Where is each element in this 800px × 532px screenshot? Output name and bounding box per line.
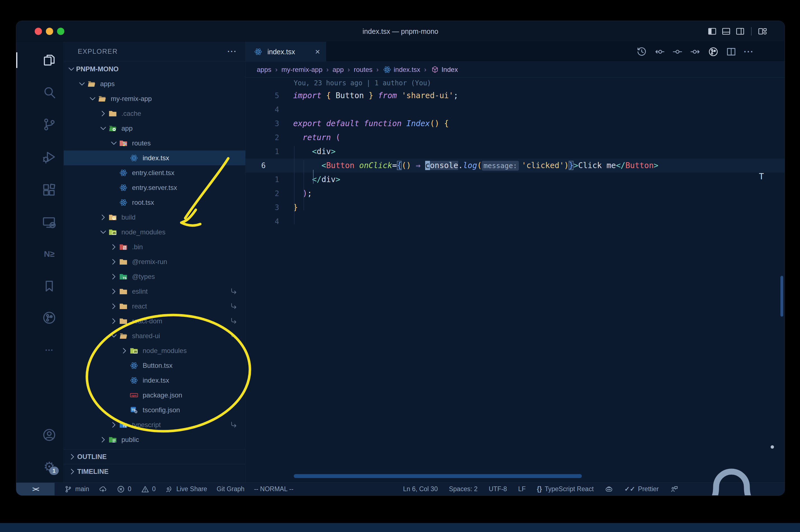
- status-prettier[interactable]: ✓✓Prettier: [624, 485, 659, 493]
- tree-item-entry-client-tsx[interactable]: entry.client.tsx: [64, 165, 245, 180]
- code-editor[interactable]: You, 23 hours ago | 1 author (You) 5impo…: [246, 77, 785, 482]
- tree-item-build[interactable]: build: [64, 210, 245, 225]
- code-line[interactable]: 4: [246, 214, 785, 229]
- code-line[interactable]: 6 <Button onClick={() ⇒ console.log(mess…: [246, 158, 785, 173]
- status-encoding[interactable]: UTF-8: [489, 485, 507, 493]
- tree-item-react-dom[interactable]: react-dom: [64, 314, 245, 328]
- tree-item--cache[interactable]: .cache: [64, 106, 245, 121]
- git-circle-sm-icon[interactable]: [708, 46, 719, 57]
- tree-item-index-tsx[interactable]: index.tsx: [64, 373, 245, 388]
- code-line[interactable]: 3}: [246, 201, 785, 214]
- tree-item-button-tsx[interactable]: Button.tsx: [64, 358, 245, 373]
- folder-icon: [108, 109, 117, 118]
- explorer-more-icon[interactable]: ···: [227, 47, 237, 56]
- activity-bookmarks[interactable]: [42, 279, 57, 293]
- chevron-right-icon: [109, 257, 119, 267]
- code-line[interactable]: 2 );: [246, 187, 785, 201]
- breadcrumb-separator: ›: [376, 66, 379, 74]
- history-icon[interactable]: [636, 46, 647, 57]
- close-tab-icon[interactable]: ×: [315, 48, 320, 56]
- status-indentation[interactable]: Spaces: 2: [449, 485, 477, 493]
- code-line[interactable]: 3export default function Index() {: [246, 117, 785, 131]
- toggle-secondary-sidebar-icon[interactable]: [736, 26, 745, 36]
- activity-account[interactable]: [42, 428, 57, 442]
- activity-explorer[interactable]: [42, 53, 57, 68]
- line-number: 2: [246, 131, 293, 145]
- split-editor-icon[interactable]: [726, 46, 737, 57]
- status-copilot[interactable]: [605, 485, 613, 493]
- breadcrumb-index[interactable]: Index: [430, 65, 458, 74]
- tree-item-typescript[interactable]: TStypescript: [64, 417, 245, 432]
- remote-indicator[interactable]: ><: [16, 483, 55, 495]
- status-notifications[interactable]: [689, 446, 774, 496]
- tree-item-index-tsx[interactable]: index.tsx: [64, 151, 245, 165]
- status-live-share[interactable]: Live Share: [165, 485, 207, 493]
- tree-item--bin[interactable]: 0110.bin: [64, 240, 245, 254]
- status-eol[interactable]: LF: [518, 485, 526, 493]
- more-actions-icon[interactable]: ···: [744, 47, 754, 57]
- tree-item-node-modules[interactable]: JSnode_modules: [64, 343, 245, 358]
- next-commit-icon[interactable]: [690, 46, 701, 57]
- status-vim-mode[interactable]: -- NORMAL --: [254, 485, 293, 493]
- activity-source-control[interactable]: [42, 117, 57, 132]
- tree-item--remix-run[interactable]: @remix-run: [64, 254, 245, 269]
- status-branch[interactable]: main: [64, 485, 89, 493]
- breadcrumb-app[interactable]: app: [332, 66, 344, 74]
- cloud-up-icon: [99, 485, 107, 493]
- tree-item-root-tsx[interactable]: root.tsx: [64, 195, 245, 210]
- status-language-mode[interactable]: {}TypeScript React: [537, 485, 594, 493]
- tree-item-tsconfig-json[interactable]: TStsconfig.json: [64, 402, 245, 417]
- tab-index.tsx[interactable]: index.tsx×: [246, 42, 326, 62]
- activity-nx-console[interactable]: N≥: [42, 247, 57, 261]
- breadcrumb-index-tsx[interactable]: index.tsx: [382, 65, 420, 74]
- tree-item-routes[interactable]: routes: [64, 136, 245, 151]
- activity-more-views[interactable]: ···: [42, 343, 57, 358]
- status-left: main00Live ShareGit Graph-- NORMAL --: [64, 485, 293, 493]
- tree-item-my-remix-app[interactable]: my-remix-app: [64, 91, 245, 106]
- activity-search[interactable]: [42, 85, 57, 99]
- customize-layout-icon[interactable]: [758, 26, 767, 36]
- section-timeline[interactable]: TIMELINE: [64, 464, 245, 479]
- status-warnings[interactable]: 0: [141, 485, 156, 493]
- activity-run-debug[interactable]: [42, 150, 57, 164]
- status-errors[interactable]: 0: [117, 485, 132, 493]
- breadcrumb-apps[interactable]: apps: [257, 66, 271, 74]
- commit-icon[interactable]: [672, 46, 683, 57]
- activity-git-graph[interactable]: [42, 310, 57, 325]
- code-line[interactable]: 1 <div>: [246, 145, 785, 158]
- code-line[interactable]: 1 </div>: [246, 173, 785, 187]
- status-feedback[interactable]: [670, 485, 678, 493]
- tree-item-app[interactable]: app: [64, 121, 245, 136]
- tree-item--types[interactable]: TS@types: [64, 269, 245, 284]
- tree-item-react[interactable]: react: [64, 299, 245, 314]
- language-mode-glyph: {}: [537, 485, 542, 493]
- tree-item-entry-server-tsx[interactable]: entry.server.tsx: [64, 180, 245, 195]
- tree-item-node-modules[interactable]: JSnode_modules: [64, 225, 245, 240]
- chevron-right-icon: [68, 452, 77, 461]
- code-line[interactable]: 2 return (: [246, 131, 785, 145]
- code-line[interactable]: 5import { Button } from 'shared-ui';: [246, 89, 785, 103]
- code-line[interactable]: 4: [246, 103, 785, 117]
- folder-app-icon: [108, 124, 117, 133]
- prev-commit-icon[interactable]: [654, 46, 665, 57]
- status-git-graph[interactable]: Git Graph: [216, 485, 245, 493]
- activity-extensions[interactable]: [42, 183, 57, 197]
- status-cursor-position[interactable]: Ln 6, Col 30: [403, 485, 438, 493]
- tree-item-public[interactable]: public: [64, 432, 245, 447]
- activity-settings[interactable]: ⚙1: [42, 459, 57, 474]
- vertical-scrollbar[interactable]: [780, 276, 783, 317]
- toggle-sidebar-icon[interactable]: [707, 26, 717, 36]
- feedback-icon: [670, 485, 678, 493]
- section-outline[interactable]: OUTLINE: [64, 449, 245, 464]
- toggle-panel-icon[interactable]: [721, 26, 731, 36]
- tree-item-package-json[interactable]: npmpackage.json: [64, 388, 245, 402]
- tree-item-eslint[interactable]: eslint: [64, 284, 245, 299]
- tree-item-apps[interactable]: apps: [64, 76, 245, 91]
- status-sync[interactable]: [99, 485, 107, 493]
- activity-remote-explorer[interactable]: [42, 215, 57, 230]
- breadcrumb-routes[interactable]: routes: [354, 66, 373, 74]
- folder-icon: [119, 317, 128, 325]
- tree-item-pnpm-mono[interactable]: PNPM-MONO: [64, 61, 245, 76]
- breadcrumb-my-remix-app[interactable]: my-remix-app: [281, 66, 323, 74]
- tree-item-shared-ui[interactable]: shared-ui: [64, 328, 245, 343]
